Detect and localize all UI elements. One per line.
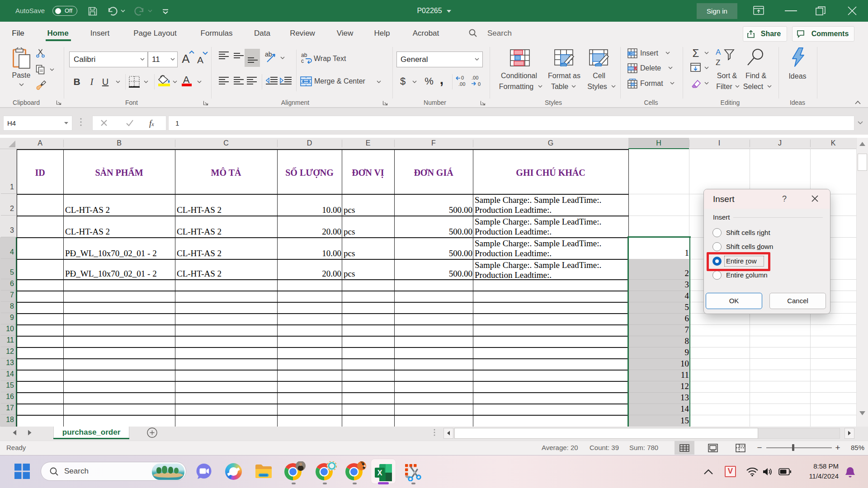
svg-text:.00: .00 [458,81,465,87]
svg-text:ab: ab [301,52,307,58]
svg-text:ab: ab [265,51,272,58]
svg-text:.00: .00 [472,75,478,80]
svg-text:0: 0 [461,75,464,80]
svg-text:X: X [377,469,382,477]
svg-text:A: A [716,48,721,56]
svg-text:c: c [301,58,304,64]
svg-text:Z: Z [716,58,720,67]
svg-text:0: 0 [478,81,481,87]
